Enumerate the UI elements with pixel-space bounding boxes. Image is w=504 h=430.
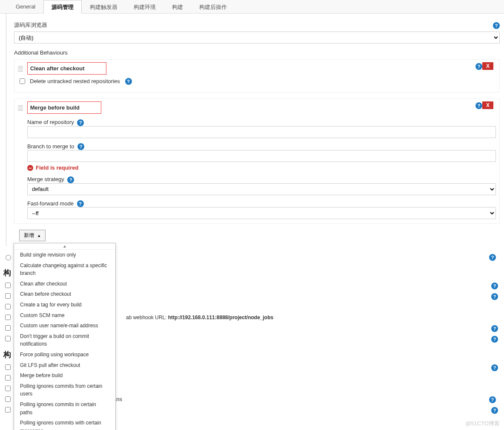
add-behaviour-dropdown[interactable]: ▲ Build single revision onlyCalculate ch… xyxy=(14,243,116,416)
fast-forward-select[interactable]: --ff xyxy=(27,207,496,219)
branch-to-merge-input[interactable] xyxy=(27,150,496,162)
webhook-text: ab webhook URL: http://192.168.0.111:888… xyxy=(126,315,273,320)
dropdown-item[interactable]: Calculate changelog against a specific b… xyxy=(14,260,115,279)
behaviour-clean-after-checkout: X ? Clean after checkout Delete untracke… xyxy=(14,59,500,92)
merge-strategy-label: Merge strategy xyxy=(27,176,64,182)
validation-error: – Field is required xyxy=(27,164,496,171)
trigger-checkbox-6[interactable] xyxy=(5,336,11,341)
env-checkbox-3[interactable] xyxy=(5,386,11,391)
help-icon[interactable]: ? xyxy=(491,407,498,414)
dropdown-item[interactable]: Build single revision only xyxy=(14,250,115,260)
additional-behaviours-label: Additional Behaviours xyxy=(14,49,500,56)
tab-build[interactable]: 构建 xyxy=(164,0,191,13)
dropdown-item[interactable]: Polling ignores commits in certain paths xyxy=(14,399,115,416)
delete-untracked-label: Delete untracked nested repositories xyxy=(30,78,120,84)
scm-none-radio[interactable] xyxy=(6,255,11,260)
drag-handle-icon[interactable] xyxy=(18,66,23,72)
dropdown-item[interactable]: Polling ignores commits from certain use… xyxy=(14,381,115,399)
help-icon[interactable]: ? xyxy=(77,143,84,150)
help-icon[interactable]: ? xyxy=(67,176,74,183)
dropdown-item[interactable]: Force polling using workspace xyxy=(14,349,115,360)
env-checkbox-5[interactable] xyxy=(5,407,11,413)
delete-button[interactable]: X xyxy=(482,62,493,70)
help-icon[interactable]: ? xyxy=(475,63,482,70)
name-of-repo-input[interactable] xyxy=(27,126,496,138)
trigger-checkbox-2[interactable] xyxy=(5,293,11,299)
trigger-checkbox-5[interactable] xyxy=(5,325,11,331)
tab-scm[interactable]: 源码管理 xyxy=(43,0,82,14)
help-icon[interactable]: ? xyxy=(77,200,84,207)
config-body: ? 源码库浏览器 (自动) Additional Behaviours X ? … xyxy=(6,14,504,245)
dropdown-item[interactable]: Create a tag for every build xyxy=(14,300,115,310)
trigger-checkbox-webhook[interactable] xyxy=(5,315,11,320)
add-behaviour-button[interactable]: 新增 ▲ xyxy=(19,230,46,241)
help-icon[interactable]: ? xyxy=(491,364,498,371)
delete-untracked-checkbox[interactable] xyxy=(20,78,25,84)
behaviour-title: Clean after checkout xyxy=(27,62,106,75)
help-icon[interactable]: ? xyxy=(77,119,84,126)
repo-browser-label: 源码库浏览器 xyxy=(14,21,500,29)
behaviour-title: Merge before build xyxy=(27,101,101,114)
help-icon[interactable]: ? xyxy=(491,283,498,289)
dropdown-item[interactable]: Merge before build xyxy=(14,370,115,381)
env-checkbox-2[interactable] xyxy=(5,375,11,381)
caret-up-icon: ▲ xyxy=(37,234,41,238)
fast-forward-label: Fast-forward mode xyxy=(27,200,74,207)
tab-post[interactable]: 构建后操作 xyxy=(191,0,235,13)
help-icon[interactable]: ? xyxy=(491,293,498,300)
name-of-repo-label: Name of repository xyxy=(27,119,74,125)
help-icon[interactable]: ? xyxy=(489,396,496,403)
help-icon[interactable]: ? xyxy=(493,22,500,29)
dropdown-item[interactable]: Clean before checkout xyxy=(14,289,115,300)
add-button-label: 新增 xyxy=(24,232,34,238)
error-text: Field is required xyxy=(36,164,78,171)
env-checkbox-1[interactable] xyxy=(5,364,11,370)
dropdown-item[interactable]: Custom SCM name xyxy=(14,310,115,321)
repo-browser-select[interactable]: (自动) xyxy=(14,32,500,43)
error-icon: – xyxy=(27,165,33,171)
env-checkbox-4[interactable] xyxy=(5,396,11,402)
tab-triggers[interactable]: 构建触发器 xyxy=(82,0,126,13)
tab-env[interactable]: 构建环境 xyxy=(126,0,164,13)
tab-bar: General 源码管理 构建触发器 构建环境 构建 构建后操作 xyxy=(0,0,504,14)
dropdown-item[interactable]: Custom user name/e-mail address xyxy=(14,320,115,331)
webhook-prefix: ab webhook URL: xyxy=(126,315,168,320)
merge-strategy-select[interactable]: default xyxy=(27,183,496,195)
drag-handle-icon[interactable] xyxy=(18,105,23,111)
help-icon[interactable]: ? xyxy=(491,336,498,343)
dropdown-item[interactable]: Git LFS pull after checkout xyxy=(14,360,115,371)
help-icon[interactable]: ? xyxy=(489,254,496,261)
trigger-checkbox-3[interactable] xyxy=(5,304,11,309)
dropdown-item[interactable]: Clean after checkout xyxy=(14,279,115,289)
help-icon[interactable]: ? xyxy=(491,325,498,332)
help-icon[interactable]: ? xyxy=(475,102,482,109)
dropdown-item[interactable]: Don't trigger a build on commit notifica… xyxy=(14,331,115,349)
tab-general[interactable]: General xyxy=(8,0,43,13)
trigger-checkbox-1[interactable] xyxy=(5,283,11,288)
scroll-up-icon[interactable]: ▲ xyxy=(14,243,115,250)
webhook-url: http://192.168.0.111:8888/project/node_j… xyxy=(168,315,273,320)
behaviour-merge-before-build: X ? Merge before build Name of repositor… xyxy=(14,98,500,224)
help-icon[interactable]: ? xyxy=(125,78,132,85)
delete-button[interactable]: X xyxy=(482,101,493,109)
branch-to-merge-label: Branch to merge to xyxy=(27,143,74,150)
